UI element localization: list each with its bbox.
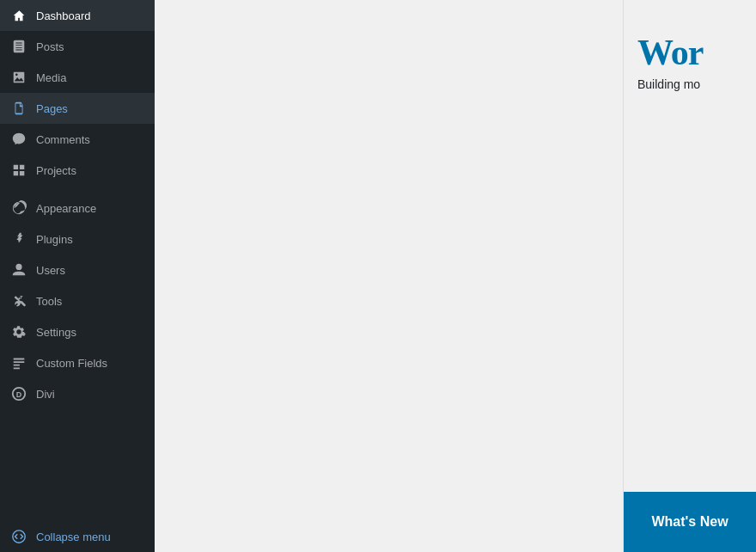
sidebar-label-dashboard: Dashboard [36,9,91,22]
sidebar-item-appearance[interactable]: Appearance [0,193,155,224]
sidebar-item-dashboard[interactable]: Dashboard [0,0,155,31]
collapse-menu-button[interactable]: Collapse menu [0,521,155,552]
sidebar-item-divi[interactable]: D Divi [0,378,155,409]
plugins-icon [10,230,27,248]
appearance-icon [10,199,27,217]
svg-text:D: D [16,390,22,399]
divi-icon: D [10,385,27,402]
sidebar: Dashboard Posts Media Pages Comments Pro… [0,0,155,552]
right-panel-title: Wor [624,0,756,71]
comments-icon [10,131,27,148]
whats-new-button[interactable]: What's New [624,492,756,552]
sidebar-item-posts[interactable]: Posts [0,31,155,62]
collapse-label: Collapse menu [36,531,111,543]
right-panel: Wor Building mo What's New [623,0,756,552]
sidebar-label-appearance: Appearance [36,202,96,215]
sidebar-label-divi: Divi [36,388,55,401]
sidebar-label-tools: Tools [36,295,62,308]
sidebar-label-users: Users [36,264,65,277]
tools-icon [10,292,27,310]
right-panel-top: Wor Building mo [624,0,756,492]
sidebar-label-media: Media [36,71,66,84]
settings-icon [10,323,27,340]
sidebar-label-custom-fields: Custom Fields [36,357,107,370]
sidebar-label-projects: Projects [36,164,76,177]
sidebar-label-pages: Pages [36,102,68,115]
sidebar-label-comments: Comments [36,133,90,146]
sidebar-item-comments[interactable]: Comments [0,124,155,155]
sidebar-item-media[interactable]: Media [0,62,155,93]
media-icon [10,69,27,86]
sidebar-item-tools[interactable]: Tools [0,285,155,316]
sidebar-item-pages[interactable]: Pages [0,93,155,124]
dashboard-icon [10,7,27,24]
main-content [155,0,623,552]
sidebar-item-plugins[interactable]: Plugins [0,224,155,255]
right-panel-subtitle: Building mo [624,71,756,98]
sidebar-item-custom-fields[interactable]: Custom Fields [0,347,155,378]
sidebar-label-settings: Settings [36,326,76,339]
posts-icon [10,38,27,55]
sidebar-label-plugins: Plugins [36,233,73,246]
collapse-icon [10,528,27,545]
custom-fields-icon [10,354,27,371]
sidebar-item-settings[interactable]: Settings [0,316,155,347]
pages-icon [10,100,27,117]
projects-icon [10,162,27,179]
sidebar-item-users[interactable]: Users [0,255,155,285]
sidebar-item-projects[interactable]: Projects [0,155,155,186]
sidebar-label-posts: Posts [36,40,64,53]
users-icon [10,261,27,279]
